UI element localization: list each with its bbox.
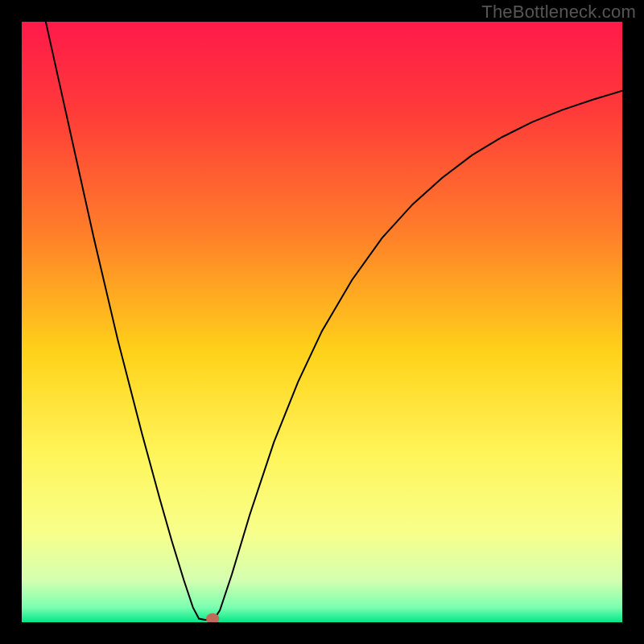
chart-frame: TheBottleneck.com — [0, 0, 644, 644]
chart-svg — [22, 22, 622, 622]
plot-area — [22, 22, 622, 622]
chart-background — [22, 22, 622, 622]
watermark-text: TheBottleneck.com — [481, 2, 636, 23]
